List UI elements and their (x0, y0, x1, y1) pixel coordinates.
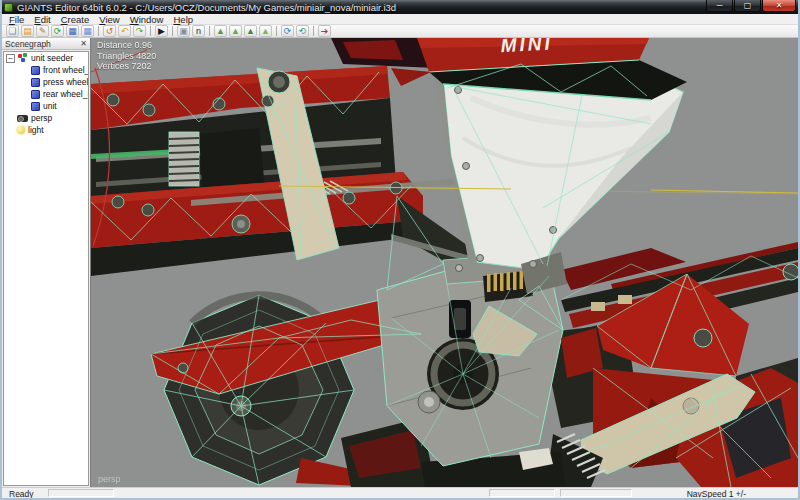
toolbar-separator (172, 26, 173, 36)
status-bar: Ready NavSpeed 1 +/- (2, 487, 798, 498)
toggle-normals-icon[interactable]: n (192, 25, 205, 37)
exit-icon[interactable]: ➔ (318, 25, 331, 37)
tree-item-label: press wheel_unit (43, 77, 89, 87)
tree-item-unit-seeder[interactable]: −unit seeder (4, 52, 88, 64)
toolbar-separator (313, 26, 314, 36)
tree-item-label: unit (43, 101, 57, 111)
tree-item-label: rear wheel_unit (43, 89, 89, 99)
tree-item-light[interactable]: light (4, 124, 88, 136)
shape-icon (31, 102, 40, 111)
save-as-icon[interactable]: ▦ (81, 25, 94, 37)
window-controls: ─ ▢ ✕ (706, 0, 796, 12)
viewport-3d[interactable]: MINI (91, 38, 798, 487)
light-icon (17, 126, 25, 134)
shape-icon (31, 66, 40, 75)
save-icon[interactable]: ▦ (66, 25, 79, 37)
play-icon[interactable]: ▶ (155, 25, 168, 37)
viewport-3d-scene: MINI (91, 38, 798, 487)
reload-scripts-icon[interactable]: ⟲ (296, 25, 309, 37)
minimize-button[interactable]: ─ (706, 0, 733, 12)
reload-shaders-icon[interactable]: ⟳ (281, 25, 294, 37)
expander-icon[interactable]: − (6, 54, 15, 63)
shape-icon (31, 90, 40, 99)
close-button[interactable]: ✕ (762, 0, 796, 12)
status-message: Ready (9, 489, 34, 499)
tree-item-press-wheel-unit[interactable]: press wheel_unit (4, 76, 88, 88)
menu-window[interactable]: Window (125, 14, 169, 25)
revert-icon[interactable]: ↺ (103, 25, 116, 37)
menu-help[interactable]: Help (168, 14, 198, 25)
menu-create[interactable]: Create (56, 14, 95, 25)
toolbar: ❏▤✎⟳▦▦↺↶↷▶▣n▲▲▲▲⟳⟲➔ (2, 25, 798, 38)
camera-icon (17, 115, 28, 122)
tree-item-persp[interactable]: persp (4, 112, 88, 124)
panel-close-icon[interactable]: ✕ (80, 39, 87, 49)
edit-file-icon[interactable]: ✎ (36, 25, 49, 37)
stat-distance: Distance 0.96 (97, 40, 156, 51)
tree-item-label: light (28, 125, 44, 135)
terrain-paint-icon[interactable]: ▲ (259, 25, 272, 37)
tree-item-unit[interactable]: unit (4, 100, 88, 112)
app-icon (4, 3, 13, 12)
menu-view[interactable]: View (94, 14, 124, 25)
scenegraph-panel-header[interactable]: Scenegraph ✕ (2, 38, 90, 50)
toolbar-separator (209, 26, 210, 36)
terrain-smooth-icon[interactable]: ▲ (229, 25, 242, 37)
tree-item-rear-wheel-unit[interactable]: rear wheel_unit (4, 88, 88, 100)
menu-edit[interactable]: Edit (29, 14, 55, 25)
tree-item-label: front wheel_unit (43, 65, 89, 75)
brand-text: MINI (500, 38, 553, 56)
frame-selected-icon[interactable]: ▣ (177, 25, 190, 37)
viewport-stats: Distance 0.96 Triangles 4820 Vertices 72… (97, 40, 156, 72)
camera-label: persp (98, 474, 121, 484)
scenegraph-tree: −unit seederfront wheel_unitpress wheel_… (3, 51, 89, 486)
title-bar[interactable]: GIANTS Editor 64bit 6.0.2 - C:/Users/OCZ… (0, 0, 800, 14)
reload-file-icon[interactable]: ⟳ (51, 25, 64, 37)
window-title: GIANTS Editor 64bit 6.0.2 - C:/Users/OCZ… (17, 2, 396, 13)
main-area: Scenegraph ✕ −unit seederfront wheel_uni… (2, 38, 798, 487)
nav-speed: NavSpeed 1 +/- (687, 489, 746, 499)
shape-icon (31, 78, 40, 87)
redo-icon[interactable]: ↷ (133, 25, 146, 37)
toolbar-separator (150, 26, 151, 36)
tree-item-label: unit seeder (31, 53, 73, 63)
status-panel (48, 489, 114, 497)
app-window: GIANTS Editor 64bit 6.0.2 - C:/Users/OCZ… (0, 0, 800, 500)
tree-item-label: persp (31, 113, 52, 123)
menu-file[interactable]: File (4, 14, 29, 25)
transform-group-icon (18, 53, 28, 63)
stat-triangles: Triangles 4820 (97, 51, 156, 62)
status-panel (560, 489, 632, 497)
open-folder-icon[interactable]: ▤ (21, 25, 34, 37)
toolbar-separator (98, 26, 99, 36)
new-file-icon[interactable]: ❏ (6, 25, 19, 37)
tree-item-front-wheel-unit[interactable]: front wheel_unit (4, 64, 88, 76)
undo-icon[interactable]: ↶ (118, 25, 131, 37)
terrain-sculpt-icon[interactable]: ▲ (214, 25, 227, 37)
stat-vertices: Vertices 7202 (97, 61, 156, 72)
menu-bar: FileEditCreateViewWindowHelp (2, 14, 798, 25)
terrain-flatten-icon[interactable]: ▲ (244, 25, 257, 37)
scenegraph-panel-title: Scenegraph (5, 39, 51, 49)
scenegraph-panel: Scenegraph ✕ −unit seederfront wheel_uni… (2, 38, 91, 487)
status-panel (489, 489, 555, 497)
maximize-button[interactable]: ▢ (734, 0, 761, 12)
toolbar-separator (276, 26, 277, 36)
